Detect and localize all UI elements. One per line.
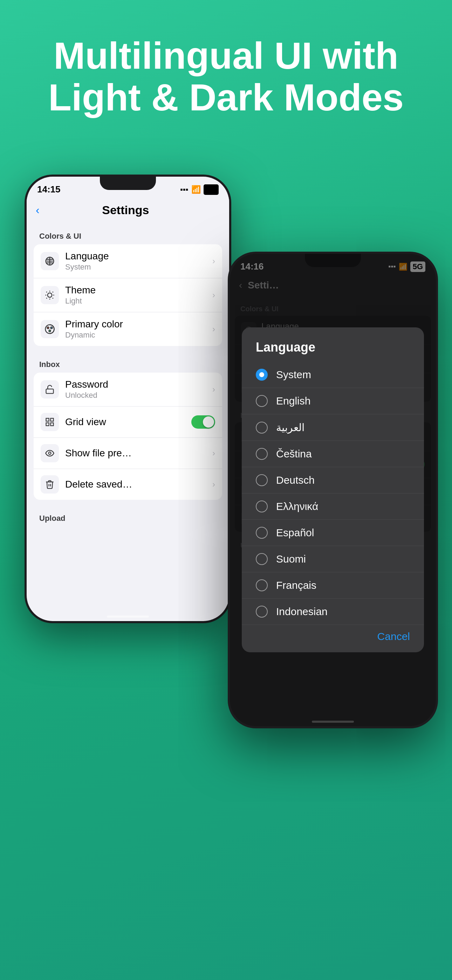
radio-english <box>256 395 268 407</box>
lang-item-spanish[interactable]: Español <box>242 520 424 546</box>
chevron-icon: › <box>212 256 215 266</box>
theme-sublabel: Light <box>65 296 212 305</box>
theme-chevron-icon: › <box>212 290 215 300</box>
svg-point-1 <box>48 293 52 297</box>
radio-french <box>256 579 268 591</box>
delete-saved-text: Delete saved… <box>65 479 212 490</box>
svg-rect-7 <box>46 418 49 421</box>
dialog-overlay: Language System English <box>230 254 436 726</box>
password-row[interactable]: Password Unlocked › <box>33 372 222 407</box>
hero-title: Multilingual UI with Light & Dark Modes <box>0 0 452 140</box>
delete-saved-chevron-icon: › <box>212 479 215 489</box>
nav-title-back: Settings <box>45 203 206 217</box>
radio-finnish <box>256 553 268 565</box>
lang-item-english[interactable]: English <box>242 388 424 414</box>
lang-item-czech[interactable]: Čeština <box>242 441 424 467</box>
svg-rect-9 <box>46 423 49 425</box>
grid-view-label: Grid view <box>65 417 191 428</box>
language-text: Language System <box>65 251 212 272</box>
lang-label-indonesian: Indonesian <box>276 606 328 617</box>
grid-view-toggle[interactable] <box>191 415 215 429</box>
battery-back: 5G <box>204 185 219 195</box>
svg-point-3 <box>47 327 49 328</box>
lang-label-spanish: Español <box>276 527 314 539</box>
radio-indonesian <box>256 606 268 617</box>
phone-back-screen: 14:15 ▪▪▪ 📶 5G ‹ Settings Colors & UI <box>27 177 229 621</box>
delete-saved-icon <box>41 475 59 493</box>
radio-arabic <box>256 422 268 434</box>
lang-label-english: English <box>276 395 310 407</box>
section-colors-header: Colors & UI <box>33 226 222 244</box>
language-dialog: Language System English <box>242 328 424 652</box>
grid-view-icon <box>41 413 59 431</box>
inbox-group: Password Unlocked › <box>33 372 222 500</box>
radio-german <box>256 474 268 486</box>
lang-label-czech: Čeština <box>276 448 312 460</box>
lang-item-german[interactable]: Deutsch <box>242 467 424 493</box>
theme-label: Theme <box>65 285 212 296</box>
primary-color-text: Primary color Dynamic <box>65 318 212 340</box>
lang-item-system[interactable]: System <box>242 362 424 388</box>
language-icon <box>41 252 59 270</box>
primary-color-row[interactable]: Primary color Dynamic › <box>33 312 222 346</box>
primary-color-icon <box>41 320 59 338</box>
time-back: 14:15 <box>37 184 60 195</box>
phones-container: 14:15 ▪▪▪ 📶 5G ‹ Settings Colors & UI <box>0 154 452 960</box>
svg-rect-10 <box>51 423 53 425</box>
radio-system <box>256 369 268 381</box>
nav-bar-back: ‹ Settings <box>27 198 229 223</box>
primary-color-label: Primary color <box>65 318 212 330</box>
section-inbox-header: Inbox <box>33 354 222 372</box>
radio-greek <box>256 501 268 512</box>
lang-label-greek: Ελληνικά <box>276 501 318 512</box>
show-file-text: Show file pre… <box>65 448 212 459</box>
lang-item-finnish[interactable]: Suomi <box>242 546 424 573</box>
notch <box>100 177 156 190</box>
lang-item-indonesian[interactable]: Indonesian <box>242 599 424 625</box>
section-upload-header: Upload <box>33 508 222 527</box>
show-file-row[interactable]: Show file pre… › <box>33 438 222 469</box>
lang-item-french[interactable]: Français <box>242 573 424 599</box>
delete-saved-label: Delete saved… <box>65 479 212 490</box>
svg-point-5 <box>49 330 51 332</box>
phone-front: 14:16 ▪▪▪ 📶 5G ‹ Setti… Colors & UI <box>228 252 438 728</box>
svg-rect-8 <box>51 418 53 421</box>
lang-label-german: Deutsch <box>276 474 315 486</box>
password-text: Password Unlocked <box>65 379 212 400</box>
cancel-button[interactable]: Cancel <box>377 630 410 643</box>
show-file-icon <box>41 444 59 462</box>
phone-front-screen: 14:16 ▪▪▪ 📶 5G ‹ Setti… Colors & UI <box>230 254 436 726</box>
radio-czech <box>256 448 268 460</box>
grid-view-row[interactable]: Grid view <box>33 407 222 438</box>
phone-back: 14:15 ▪▪▪ 📶 5G ‹ Settings Colors & UI <box>24 175 231 623</box>
password-chevron-icon: › <box>212 385 215 394</box>
language-label: Language <box>65 251 212 262</box>
password-label: Password <box>65 379 212 390</box>
svg-point-4 <box>51 327 53 328</box>
lang-label-finnish: Suomi <box>276 553 306 565</box>
lang-item-greek[interactable]: Ελληνικά <box>242 493 424 520</box>
grid-view-text: Grid view <box>65 417 191 428</box>
svg-rect-6 <box>46 389 54 393</box>
lang-label-system: System <box>276 369 311 381</box>
home-bar-back <box>107 616 149 617</box>
lang-item-arabic[interactable]: العربية <box>242 414 424 441</box>
svg-point-11 <box>49 452 51 454</box>
radio-spanish <box>256 527 268 539</box>
theme-text: Theme Light <box>65 285 212 305</box>
primary-color-chevron-icon: › <box>212 324 215 334</box>
lang-label-arabic: العربية <box>276 421 304 434</box>
language-row[interactable]: Language System › <box>33 244 222 278</box>
back-button-back[interactable]: ‹ <box>36 204 40 216</box>
toggle-thumb <box>203 417 214 428</box>
show-file-chevron-icon: › <box>212 448 215 458</box>
show-file-label: Show file pre… <box>65 448 212 459</box>
delete-saved-row[interactable]: Delete saved… › <box>33 469 222 500</box>
dialog-cancel-row: Cancel <box>242 625 424 652</box>
theme-row[interactable]: Theme Light › <box>33 278 222 312</box>
theme-icon <box>41 286 59 304</box>
wifi-icon: 📶 <box>191 185 201 194</box>
settings-content-back: Colors & UI Language System <box>27 223 229 530</box>
password-icon <box>41 380 59 399</box>
status-icons-back: ▪▪▪ 📶 5G <box>180 185 219 195</box>
